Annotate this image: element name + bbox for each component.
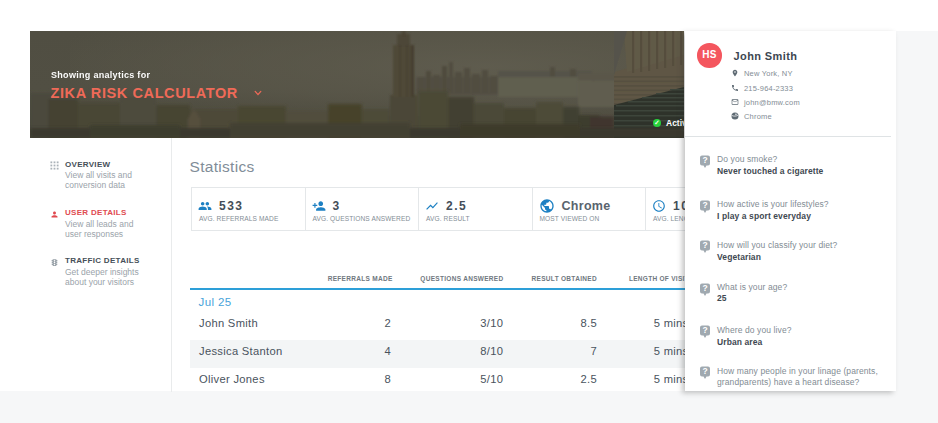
svg-text:?: ? <box>702 241 707 251</box>
svg-text:?: ? <box>702 200 707 210</box>
svg-text:?: ? <box>702 283 707 293</box>
svg-text:?: ? <box>702 155 707 165</box>
svg-text:?: ? <box>702 366 707 376</box>
svg-text:?: ? <box>702 325 707 335</box>
